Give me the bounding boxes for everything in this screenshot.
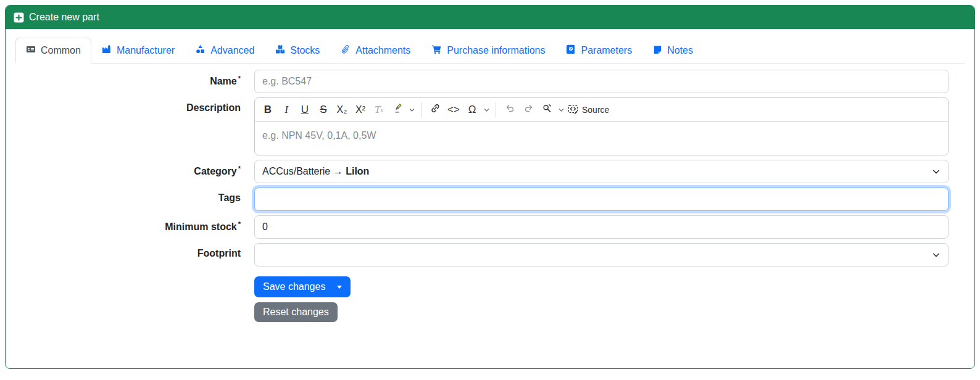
- undo-icon: [505, 103, 515, 117]
- required-asterisk: *: [238, 220, 241, 228]
- redo-button[interactable]: [519, 101, 538, 119]
- factory-icon: [102, 44, 112, 57]
- card-header: Create new part: [6, 6, 974, 29]
- redo-icon: [523, 103, 534, 117]
- tab-label: Notes: [667, 45, 693, 56]
- bold-button[interactable]: B: [259, 101, 277, 119]
- tab-parameters[interactable]: Parameters: [555, 38, 642, 64]
- shopping-cart-icon: [431, 44, 442, 57]
- category-row: Category* ACCus/Batterie → LiIon: [15, 160, 965, 183]
- name-input[interactable]: [254, 70, 949, 93]
- description-editor-area[interactable]: e.g. NPN 45V, 0,1A, 0,5W: [255, 122, 948, 155]
- chevron-down-icon: [932, 250, 941, 262]
- footprint-select[interactable]: [254, 243, 949, 266]
- name-label: Name*: [15, 70, 241, 87]
- source-editing-icon: [568, 104, 579, 117]
- description-row: Description B I U S X₂ X² Tx: [15, 97, 965, 155]
- link-icon: [430, 103, 441, 117]
- tab-label: Attachments: [355, 45, 410, 56]
- tags-input[interactable]: [254, 188, 949, 211]
- undo-button[interactable]: [500, 101, 519, 119]
- tab-notes[interactable]: Notes: [642, 38, 704, 64]
- sticky-note-icon: [653, 45, 662, 57]
- shapes-icon: [196, 44, 206, 57]
- tags-label: Tags: [15, 188, 241, 204]
- tab-stocks[interactable]: Stocks: [265, 38, 330, 64]
- italic-button[interactable]: I: [277, 101, 296, 119]
- description-label: Description: [15, 97, 241, 114]
- minimum-stock-row: Minimum stock*: [15, 215, 965, 239]
- tab-label: Common: [41, 45, 81, 56]
- tab-bar: Common Manufacturer Advanced Stocks Atta…: [15, 38, 965, 64]
- tags-row: Tags: [15, 188, 965, 211]
- toolbar-separator: [496, 102, 496, 117]
- underline-button[interactable]: U: [296, 101, 314, 119]
- subscript-button[interactable]: X₂: [333, 101, 351, 119]
- reset-button[interactable]: Reset changes: [254, 302, 338, 322]
- category-label: Category*: [15, 160, 241, 177]
- find-replace-button[interactable]: [538, 101, 556, 119]
- editor-toolbar: B I U S X₂ X² Tx <> Ω: [255, 98, 948, 122]
- save-button[interactable]: Save changes: [254, 276, 351, 297]
- highlighter-pen-icon: [392, 103, 403, 117]
- source-button[interactable]: Source: [566, 101, 611, 119]
- highlight-button[interactable]: [388, 101, 407, 119]
- footprint-row: Footprint: [15, 243, 965, 266]
- minimum-stock-input[interactable]: [254, 215, 949, 239]
- dropdown-caret-icon[interactable]: [337, 286, 342, 289]
- id-card-icon: [26, 44, 36, 57]
- minimum-stock-label: Minimum stock*: [15, 215, 241, 233]
- tab-label: Stocks: [290, 45, 320, 56]
- boxes-stacked-icon: [275, 44, 285, 57]
- tab-advanced[interactable]: Advanced: [185, 38, 265, 64]
- rich-text-editor: B I U S X₂ X² Tx <> Ω: [254, 97, 949, 155]
- tab-attachments[interactable]: Attachments: [330, 38, 421, 64]
- category-select[interactable]: ACCus/Batterie → LiIon: [254, 160, 949, 183]
- paperclip-icon: [341, 44, 351, 57]
- plus-square-icon: [14, 12, 24, 23]
- tab-label: Purchase informations: [447, 45, 545, 56]
- create-part-card: Create new part Common Manufacturer Adva…: [5, 5, 975, 369]
- toolbar-separator: [421, 102, 421, 117]
- remove-format-button[interactable]: Tx: [370, 101, 388, 119]
- special-character-dropdown-chevron-icon[interactable]: [481, 101, 491, 119]
- chevron-down-icon: [932, 167, 941, 178]
- tab-manufacturer[interactable]: Manufacturer: [91, 38, 185, 64]
- find-replace-dropdown-chevron-icon[interactable]: [556, 101, 566, 119]
- highlight-dropdown-chevron-icon[interactable]: [407, 101, 417, 119]
- tab-label: Advanced: [210, 45, 254, 56]
- tab-common[interactable]: Common: [15, 38, 91, 64]
- source-label: Source: [582, 105, 609, 115]
- tab-label: Manufacturer: [117, 45, 175, 56]
- superscript-button[interactable]: X²: [351, 101, 370, 119]
- required-asterisk: *: [238, 165, 241, 172]
- book-icon: [566, 44, 576, 57]
- special-character-button[interactable]: Ω: [463, 101, 481, 119]
- required-asterisk: *: [238, 75, 241, 82]
- link-button[interactable]: [426, 101, 444, 119]
- description-placeholder: e.g. NPN 45V, 0,1A, 0,5W: [262, 130, 376, 141]
- tab-purchase-informations[interactable]: Purchase informations: [421, 38, 555, 64]
- find-replace-icon: [542, 103, 552, 117]
- actions-row: Save changes Reset changes: [15, 276, 965, 322]
- footprint-label: Footprint: [15, 243, 241, 259]
- name-row: Name*: [15, 70, 965, 93]
- tab-label: Parameters: [581, 45, 632, 56]
- page-title: Create new part: [29, 12, 99, 23]
- strikethrough-button[interactable]: S: [314, 101, 333, 119]
- code-button[interactable]: <>: [444, 101, 463, 119]
